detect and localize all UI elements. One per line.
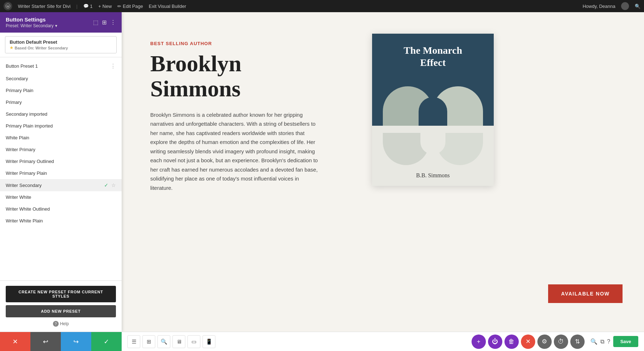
svg-text:W: W xyxy=(6,5,10,8)
panel-bottom: CREATE NEW PRESET FROM CURRENT STYLES AD… xyxy=(0,280,122,332)
site-name[interactable]: Writer Starter Site for Divi xyxy=(18,4,70,9)
comments-link[interactable]: 💬 1 xyxy=(83,4,93,9)
bottom-left-actions: ✕ ↩ ↪ ✓ xyxy=(0,332,122,351)
panel-subtitle: Preset: Writer Secondary ▾ xyxy=(6,23,57,28)
help-area: ? Help xyxy=(6,321,116,327)
avatar xyxy=(621,2,629,10)
star-outline-icon[interactable]: ☆ xyxy=(111,182,116,188)
columns-icon[interactable]: ⊞ xyxy=(102,19,107,26)
preset-default-label: Button Default Preset xyxy=(10,39,112,45)
list-item[interactable]: Secondary imported xyxy=(0,108,122,120)
help-icon[interactable]: ? xyxy=(53,321,59,327)
page-canvas: BEST SELLING AUTHOR Brooklyn Simmons Bro… xyxy=(122,12,644,332)
settings-button[interactable]: ⚙ xyxy=(537,335,552,349)
desktop-button[interactable]: 🖥 xyxy=(172,335,185,348)
chevron-down-icon[interactable]: ▾ xyxy=(55,23,57,28)
author-name: Brooklyn Simmons xyxy=(150,51,358,102)
book-card: The Monarch Effect xyxy=(372,34,494,186)
close-button[interactable]: ✕ xyxy=(0,332,30,351)
check-icon: ✓ xyxy=(104,182,108,188)
copy-icon[interactable]: ⬚ xyxy=(93,19,98,26)
help-label: Help xyxy=(60,321,69,326)
comment-icon: 💬 xyxy=(83,4,89,9)
available-now-button[interactable]: AVAILABLE NOW xyxy=(548,284,623,303)
list-item[interactable]: Writer White xyxy=(0,191,122,203)
list-item[interactable]: Writer Primary Outlined xyxy=(0,155,122,167)
history-button[interactable]: ⏱ xyxy=(554,335,568,349)
canvas-inner: BEST SELLING AUTHOR Brooklyn Simmons Bro… xyxy=(122,12,644,332)
available-btn-area: AVAILABLE NOW xyxy=(548,284,623,303)
remove-button[interactable]: ✕ xyxy=(521,335,535,349)
more-dots-icon[interactable]: ⋮ xyxy=(110,63,116,69)
search-icon[interactable]: 🔍 xyxy=(635,4,640,9)
based-on-text: Based On: Writer Secondary xyxy=(15,46,68,50)
bottom-toolbar: ✕ ↩ ↪ ✓ ☰ ⊞ 🔍 🖥 ▭ 📱 + ⏻ 🗑 ✕ ⚙ ⏱ ⇅ 🔍 ⧉ ? … xyxy=(0,332,644,351)
list-item[interactable]: Primary Plain imported xyxy=(0,120,122,132)
more-icon[interactable]: ⋮ xyxy=(110,19,116,26)
pencil-icon: ✏ xyxy=(117,4,121,9)
list-item[interactable]: White Plain xyxy=(0,132,122,144)
bottom-center-toolbar: ☰ ⊞ 🔍 🖥 ▭ 📱 + ⏻ 🗑 ✕ ⚙ ⏱ ⇅ xyxy=(122,332,590,351)
create-preset-button[interactable]: CREATE NEW PRESET FROM CURRENT STYLES xyxy=(6,286,116,302)
book-title: The Monarch Effect xyxy=(404,44,462,68)
add-button[interactable]: + xyxy=(472,335,486,349)
list-item-writer-secondary[interactable]: Writer Secondary ✓ ☆ xyxy=(0,179,122,191)
author-label: BEST SELLING AUTHOR xyxy=(150,41,358,46)
preset-list: Button Preset 1 ⋮ Secondary Primary Plai… xyxy=(0,57,122,280)
preset-box[interactable]: Button Default Preset ★ Based On: Writer… xyxy=(5,36,117,53)
edit-page-link[interactable]: ✏ Edit Page xyxy=(117,4,143,9)
book-lower: B.B. Simmons xyxy=(372,126,494,186)
undo-button[interactable]: ↩ xyxy=(30,332,61,351)
grid-button[interactable]: ⊞ xyxy=(142,335,155,348)
hamburger-button[interactable]: ☰ xyxy=(127,335,140,348)
preset-dropdown-area: Button Default Preset ★ Based On: Writer… xyxy=(0,33,122,57)
list-item[interactable]: Secondary xyxy=(0,73,122,85)
book-design-top xyxy=(379,76,487,126)
exit-builder-link[interactable]: Exit Visual Builder xyxy=(149,4,186,9)
main-content: Button Settings Preset: Writer Secondary… xyxy=(0,12,644,332)
admin-bar: W Writer Starter Site for Divi | 💬 1 + N… xyxy=(0,0,644,12)
book-author-name: B.B. Simmons xyxy=(416,172,450,179)
arch-center-cut xyxy=(419,97,447,126)
list-item[interactable]: Writer White Plain xyxy=(0,215,122,227)
list-item[interactable]: Writer Primary xyxy=(0,144,122,155)
author-text: BEST SELLING AUTHOR Brooklyn Simmons Bro… xyxy=(150,34,358,192)
plus-icon: + xyxy=(98,4,101,9)
bottom-right-actions: 🔍 ⧉ ? Save xyxy=(590,332,644,351)
list-item[interactable]: Primary xyxy=(0,96,122,108)
star-icon: ★ xyxy=(10,45,13,50)
add-preset-button[interactable]: ADD NEW PRESET xyxy=(6,305,116,317)
panel-header: Button Settings Preset: Writer Secondary… xyxy=(0,12,122,33)
tablet-button[interactable]: ▭ xyxy=(187,335,200,348)
author-section: BEST SELLING AUTHOR Brooklyn Simmons Bro… xyxy=(122,12,515,214)
mobile-button[interactable]: 📱 xyxy=(203,335,215,348)
power-button[interactable]: ⏻ xyxy=(488,335,502,349)
delete-button[interactable]: 🗑 xyxy=(504,335,519,349)
panel-title: Button Settings xyxy=(6,16,57,23)
redo-button[interactable]: ↪ xyxy=(61,332,91,351)
list-item[interactable]: Writer White Outlined xyxy=(0,203,122,215)
confirm-button[interactable]: ✓ xyxy=(91,332,122,351)
list-item[interactable]: Button Preset 1 ⋮ xyxy=(0,59,122,73)
book-design-bottom xyxy=(379,133,487,169)
howdy-text: Howdy, Deanna xyxy=(582,4,615,9)
left-panel: Button Settings Preset: Writer Secondary… xyxy=(0,12,122,332)
new-link[interactable]: + New xyxy=(98,4,112,9)
wp-logo-icon[interactable]: W xyxy=(4,2,12,10)
save-button[interactable]: Save xyxy=(613,336,638,347)
layers-icon-button[interactable]: ⧉ xyxy=(600,338,604,345)
list-item[interactable]: Primary Plain xyxy=(0,85,122,96)
search-button[interactable]: 🔍 xyxy=(157,335,170,348)
book-cover: The Monarch Effect xyxy=(372,34,494,126)
search-icon-button[interactable]: 🔍 xyxy=(590,338,597,345)
list-item[interactable]: Writer Primary Plain xyxy=(0,167,122,179)
sort-button[interactable]: ⇅ xyxy=(570,335,585,349)
help-icon-button[interactable]: ? xyxy=(607,338,610,345)
author-bio: Brooklyn Simmons is a celebrated author … xyxy=(150,110,322,193)
